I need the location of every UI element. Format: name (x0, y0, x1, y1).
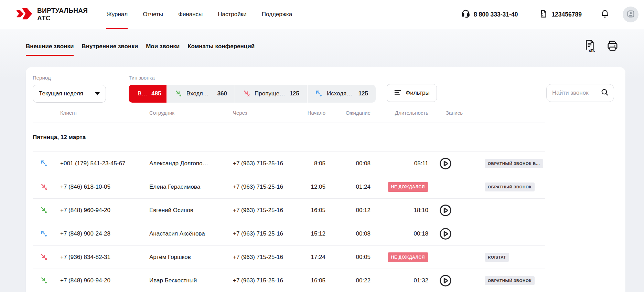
play-record-button[interactable] (439, 227, 452, 240)
record-cell (428, 157, 463, 170)
chevron-down-icon (95, 92, 100, 95)
segment-missed-calls[interactable]: Пропуще… 125 (235, 85, 307, 103)
via-number: +7 (963) 715-25-16 (233, 207, 299, 214)
tab-internal-calls[interactable]: Внутренние звонки (82, 43, 138, 50)
segment-label: Исходя… (327, 90, 352, 97)
header-right: 8 800 333-31-40 123456789 (461, 0, 638, 29)
period-select[interactable]: Текущая неделя (33, 85, 106, 103)
segment-count: 125 (290, 90, 299, 97)
start-time: 12:05 (299, 184, 325, 190)
duration-cell: 00:18 (371, 230, 428, 237)
segment-outgoing-calls[interactable]: Исходя… 125 (308, 85, 376, 103)
segment-incoming-calls[interactable]: Входя… 360 (167, 85, 235, 103)
col-client: Клиент (60, 110, 149, 116)
profile-icon (626, 10, 635, 19)
waiting-time: 00:08 (325, 230, 371, 237)
nav-settings[interactable]: Настройки (218, 0, 246, 29)
employee-name: Анастасия Аксёнова (149, 230, 233, 237)
duration-cell: 18:10 (371, 207, 428, 214)
svg-text:xls: xls (589, 48, 595, 53)
segment-all-calls[interactable]: В… 485 (129, 85, 167, 103)
table-row[interactable]: +7 (848) 960-94-20 Евгений Осипов +7 (96… (33, 198, 545, 222)
tag-badge: ОБРАТНЫЙ ЗВОНОК (485, 182, 535, 191)
filter-lines-icon (394, 88, 401, 98)
table-row[interactable]: +7 (846) 618-10-05 Елена Герасимова +7 (… (33, 175, 545, 198)
waiting-time: 01:24 (325, 184, 371, 190)
table-row[interactable]: +7 (848) 900-24-28 Анастасия Аксёнова +7… (33, 222, 545, 245)
nav-finances[interactable]: Финансы (178, 0, 203, 29)
employee-name: Артём Горшков (149, 254, 233, 261)
search-icon[interactable] (601, 88, 609, 98)
employee-name: Елена Герасимова (149, 184, 233, 190)
duration-cell: НЕ ДОЖДАЛСЯ (371, 252, 428, 262)
filters-button[interactable]: Фильтры (387, 84, 437, 102)
outgoing-call-icon (40, 160, 48, 167)
top-header: ВИРТУАЛЬНАЯ АТС Журнал Отчеты Финансы На… (0, 0, 644, 29)
status-badge: НЕ ДОЖДАЛСЯ (388, 252, 428, 262)
play-record-button[interactable] (439, 204, 452, 217)
account-document-icon (539, 9, 548, 20)
tags-cell: ОБРАТНЫЙ ЗВОНОК (463, 276, 545, 285)
filters-button-label: Фильтры (406, 90, 429, 96)
incoming-call-icon (40, 207, 48, 214)
nav-reports[interactable]: Отчеты (143, 0, 163, 29)
table-header-row: Клиент Сотрудник Через Начало Ожидание Д… (33, 103, 545, 123)
table-row[interactable]: +7 (936) 834-82-31 Артём Горшков +7 (963… (33, 245, 545, 269)
duration-cell: 01:32 (371, 277, 428, 284)
printer-icon (605, 39, 620, 54)
start-time: 16:05 (299, 207, 325, 214)
logo[interactable]: ВИРТУАЛЬНАЯ АТС (17, 0, 88, 29)
employee-name: Александр Долгопо… (149, 160, 233, 167)
via-number: +7 (963) 715-25-16 (233, 160, 299, 167)
status-badge: НЕ ДОЖДАЛСЯ (388, 182, 428, 192)
via-number: +7 (963) 715-25-16 (233, 277, 299, 284)
col-via: Через (233, 110, 299, 116)
via-number: +7 (963) 715-25-16 (233, 184, 299, 190)
client-phone: +7 (936) 834-82-31 (60, 254, 149, 261)
start-time: 17:24 (299, 254, 325, 261)
user-avatar[interactable] (623, 7, 638, 22)
client-phone: +001 (179) 541-23-45-67 (60, 160, 149, 167)
table-row[interactable]: +001 (179) 541-23-45-67 Александр Долгоп… (33, 152, 545, 175)
incoming-call-icon (40, 277, 48, 284)
calls-journal-card: Период Текущая неделя Тип звонка В… 485 … (26, 67, 625, 292)
tab-my-calls[interactable]: Мои звонки (146, 43, 180, 50)
tab-conference-rooms[interactable]: Комнаты конференций (187, 43, 255, 50)
search-input[interactable] (552, 90, 601, 96)
incoming-call-icon (175, 90, 182, 97)
logo-icon (17, 7, 32, 22)
col-duration: Длительность (371, 110, 428, 116)
record-cell (428, 227, 463, 240)
print-button[interactable] (605, 39, 620, 54)
tab-external-calls[interactable]: Внешние звонки (26, 43, 74, 50)
notifications-button[interactable] (600, 9, 610, 20)
account: 123456789 (539, 9, 582, 20)
nav-support[interactable]: Поддержка (262, 0, 292, 29)
record-cell (428, 274, 463, 287)
play-record-button[interactable] (439, 274, 452, 287)
account-number: 123456789 (551, 11, 582, 18)
table-row[interactable]: +7 (848) 960-94-20 Ивар Бескостный +7 (9… (33, 269, 545, 292)
logo-text: ВИРТУАЛЬНАЯ АТС (37, 7, 88, 22)
missed-call-icon (40, 253, 48, 261)
record-cell (428, 204, 463, 217)
nav-journal[interactable]: Журнал (106, 0, 128, 29)
tags-cell: ОБРАТНЫЙ ЗВОНОК Б… (463, 159, 545, 168)
search-box (546, 84, 614, 102)
waiting-time: 00:22 (325, 277, 371, 284)
support-phone-number: 8 800 333-31-40 (474, 11, 518, 18)
export-xls-button[interactable]: xls (583, 39, 597, 54)
tag-badge: ROISTAT (485, 253, 509, 262)
start-time: 8:05 (299, 160, 325, 167)
client-phone: +7 (848) 960-94-20 (60, 207, 149, 214)
client-phone: +7 (848) 960-94-20 (60, 277, 149, 284)
play-record-button[interactable] (439, 157, 452, 170)
period-label: Период (33, 75, 106, 81)
segment-count: 485 (151, 90, 161, 97)
tag-badge: ОБРАТНЫЙ ЗВОНОК Б… (485, 159, 543, 168)
filters-bar: Период Текущая неделя Тип звонка В… 485 … (26, 67, 625, 103)
call-type-segments: В… 485 Входя… 360 Пропуще… 125 (129, 85, 376, 103)
segment-count: 360 (217, 90, 227, 97)
via-number: +7 (963) 715-25-16 (233, 230, 299, 237)
headset-icon (461, 9, 470, 20)
